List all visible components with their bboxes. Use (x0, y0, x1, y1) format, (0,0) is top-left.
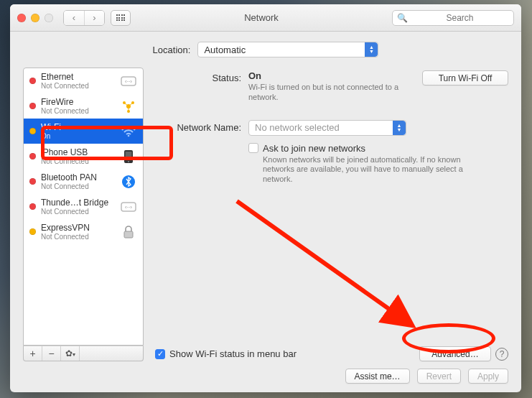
ask-to-join-checkbox[interactable]: Ask to join new networks (248, 143, 508, 154)
help-button[interactable]: ? (495, 348, 508, 361)
network-prefs-window: ‹ › Network 🔍 Location: Automatic ▲▼ (10, 4, 521, 392)
sidebar-item-sub: Not Connected (41, 107, 115, 115)
sidebar-item-sub: Not Connected (41, 182, 115, 190)
content: Location: Automatic ▲▼ Ethernet Not Conn… (10, 32, 521, 392)
sidebar-item-label: Thunde…t Bridge (41, 198, 115, 208)
status-dot (29, 103, 36, 109)
sidebar-item-label: FireWire (41, 97, 115, 107)
location-label: Location: (153, 45, 191, 55)
checkbox-icon (248, 143, 258, 153)
status-dot (29, 153, 36, 159)
show-status-checkbox[interactable]: Show Wi-Fi status in menu bar (155, 348, 297, 359)
lock-icon (120, 224, 137, 240)
search-field[interactable]: 🔍 (392, 10, 514, 26)
service-list-footer: + − ✿▾ (23, 346, 144, 361)
network-name-label: Network Name: (155, 120, 248, 185)
assist-me-button[interactable]: Assist me… (345, 369, 410, 384)
window-controls (17, 14, 53, 22)
location-row: Location: Automatic ▲▼ (23, 42, 508, 57)
sidebar-item-expressvpn[interactable]: ExpressVPN Not Connected (24, 219, 143, 244)
bluetooth-icon (120, 174, 137, 190)
firewire-icon (120, 98, 137, 114)
sidebar-item-bluetooth[interactable]: Bluetooth PAN Not Connected (24, 169, 143, 194)
svg-point-9 (128, 134, 130, 136)
ask-to-join-desc: Known networks will be joined automatica… (263, 155, 464, 185)
ask-to-join-label: Ask to join new networks (263, 143, 365, 154)
sidebar-item-sub: Not Connected (41, 82, 115, 90)
status-dot (29, 128, 36, 134)
sidebar-item-sub: Not Connected (41, 233, 115, 241)
status-dot (29, 178, 36, 185)
popup-arrows-icon: ▲▼ (393, 121, 406, 135)
status-value: On (248, 70, 409, 81)
back-button[interactable]: ‹ (64, 11, 84, 25)
wifi-icon (120, 124, 137, 139)
footer-buttons: Assist me… Revert Apply (23, 369, 508, 384)
revert-button[interactable]: Revert (417, 369, 461, 384)
status-dot (29, 228, 36, 235)
location-popup[interactable]: Automatic ▲▼ (197, 42, 378, 57)
close-window-button[interactable] (17, 14, 26, 22)
location-selected: Automatic (204, 45, 246, 55)
sidebar-item-sub: Not Connected (41, 157, 115, 165)
apply-button[interactable]: Apply (468, 369, 508, 384)
minimize-window-button[interactable] (31, 14, 39, 22)
sidebar-item-label: Ethernet (41, 72, 115, 82)
forward-button[interactable]: › (84, 11, 104, 25)
checkbox-icon (155, 349, 165, 359)
sidebar-item-wifi[interactable]: Wi-Fi On (24, 119, 143, 144)
sidebar-item-sub: On (41, 132, 115, 140)
ethernet-icon: ‹··› (120, 199, 137, 215)
search-input[interactable] (411, 13, 509, 23)
sidebar-item-label: Bluetooth PAN (41, 172, 115, 182)
gear-icon: ✿▾ (65, 348, 75, 358)
grid-icon (116, 14, 126, 21)
titlebar: ‹ › Network 🔍 (10, 4, 521, 32)
svg-point-12 (128, 161, 129, 162)
sidebar-item-label: Wi-Fi (41, 122, 115, 132)
show-all-button[interactable] (111, 10, 131, 26)
sidebar-item-label: ExpressVPN (41, 223, 115, 233)
window-title: Network (136, 12, 386, 23)
status-dot (29, 78, 36, 84)
network-name-popup[interactable]: No network selected ▲▼ (248, 120, 406, 136)
remove-service-button[interactable]: − (42, 346, 61, 361)
advanced-button[interactable]: Advanced… (419, 346, 491, 361)
popup-arrows-icon: ▲▼ (365, 42, 378, 57)
main-row: Ethernet Not Connected ‹··› FireWire Not… (23, 68, 508, 361)
search-icon: 🔍 (397, 13, 408, 23)
detail-pane: Status: On Wi-Fi is turned on but is not… (155, 68, 508, 361)
ethernet-icon: ‹··› (120, 73, 137, 89)
turn-wifi-off-button[interactable]: Turn Wi-Fi Off (422, 70, 508, 85)
svg-text:‹··›: ‹··› (125, 204, 132, 210)
svg-rect-16 (124, 231, 133, 238)
nav-segmented: ‹ › (63, 10, 105, 26)
status-desc: Wi-Fi is turned on but is not connected … (248, 83, 409, 103)
sidebar-item-firewire[interactable]: FireWire Not Connected (24, 93, 143, 119)
service-list[interactable]: Ethernet Not Connected ‹··› FireWire Not… (23, 68, 144, 346)
sidebar-item-thunderbolt[interactable]: Thunde…t Bridge Not Connected ‹··› (24, 194, 143, 219)
show-status-label: Show Wi-Fi status in menu bar (169, 348, 297, 359)
service-actions-button[interactable]: ✿▾ (61, 346, 80, 361)
add-service-button[interactable]: + (24, 346, 42, 361)
sidebar: Ethernet Not Connected ‹··› FireWire Not… (23, 68, 144, 361)
svg-text:‹··›: ‹··› (125, 78, 132, 85)
sidebar-item-ethernet[interactable]: Ethernet Not Connected ‹··› (24, 68, 143, 93)
sidebar-item-iphone-usb[interactable]: iPhone USB Not Connected (24, 144, 143, 169)
status-dot (29, 203, 36, 210)
zoom-window-button[interactable] (45, 14, 53, 22)
svg-rect-11 (126, 152, 132, 160)
sidebar-item-sub: Not Connected (41, 208, 115, 216)
iphone-icon (120, 149, 137, 165)
sidebar-item-label: iPhone USB (41, 147, 115, 157)
network-name-selected: No network selected (255, 122, 340, 133)
status-label: Status: (155, 70, 248, 103)
